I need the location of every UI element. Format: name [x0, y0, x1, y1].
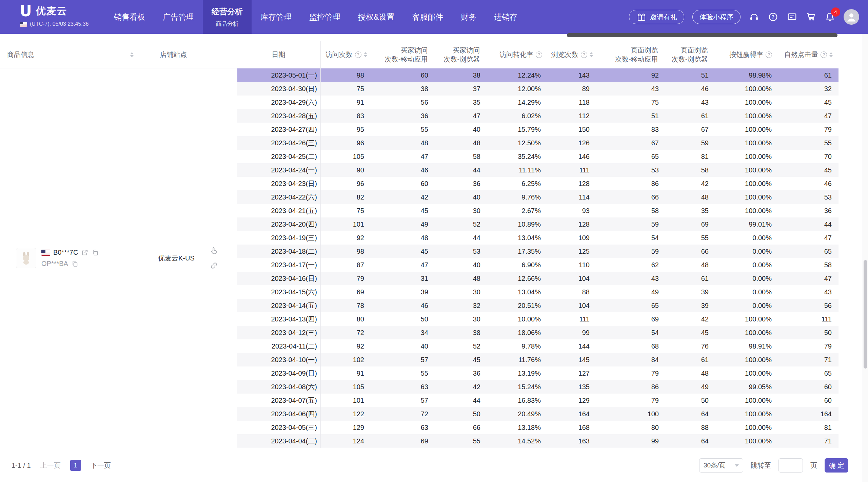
cell-views: 127: [546, 366, 595, 380]
jump-page-input[interactable]: [778, 458, 803, 473]
nav-label: 库存管理: [260, 12, 292, 22]
next-page-button[interactable]: 下一页: [91, 461, 111, 470]
nav-sales-dashboard[interactable]: 销售看板: [105, 0, 154, 34]
table-row[interactable]: 2023-04-15(六)69393013.04%8849390.00%43: [237, 285, 839, 299]
table-row[interactable]: 2023-04-13(四)80503010.00%1116942100.00%1…: [237, 312, 839, 326]
table-row[interactable]: 2023-04-11(二)9240529.78%144687698.91%79: [237, 339, 839, 353]
page-unit-label: 页: [810, 461, 817, 470]
column-header-buyer-visits-app[interactable]: 买家访问 次数-移动应用: [369, 41, 433, 68]
hand-pointer-icon[interactable]: [210, 246, 218, 255]
copy-icon[interactable]: [71, 260, 79, 268]
cell-page-views-browser: 51: [664, 68, 714, 82]
column-header-page-views-app[interactable]: 页面浏览 次数-移动应用: [594, 41, 664, 68]
table-row[interactable]: 2023-04-30(日)75383712.00%894346100.00%32: [237, 82, 839, 96]
cart-icon[interactable]: [806, 12, 816, 22]
share-icon[interactable]: [81, 249, 88, 256]
table-row[interactable]: 2023-04-08(六)105634215.24%135864999.05%6…: [237, 380, 839, 394]
column-header-store-site[interactable]: 店铺站点: [149, 41, 237, 68]
table-row[interactable]: 2023-04-16(日)79314812.66%10443610.00%47: [237, 272, 839, 285]
cell-date: 2023-04-24(一): [237, 163, 320, 177]
cell-views: 163: [546, 434, 595, 448]
table-row[interactable]: 2023-04-10(一)102574511.76%1458461100.00%…: [237, 353, 839, 366]
column-header-date[interactable]: 日期: [237, 41, 320, 68]
column-header-visits[interactable]: 访问次数 ?: [320, 41, 369, 68]
page-size-select[interactable]: 30条/页: [699, 458, 743, 473]
table-row[interactable]: 2023-04-21(五)7545302.67%935835100.00%36: [237, 204, 839, 217]
nav-business-analysis[interactable]: 经营分析商品分析: [203, 0, 252, 34]
table-row[interactable]: 2023-05-01(一)98603812.24%143925198.98%61: [237, 68, 839, 82]
table-row[interactable]: 2023-04-14(五)78463220.51%10465390.00%56: [237, 299, 839, 312]
cell-visits: 105: [320, 150, 370, 163]
table-row[interactable]: 2023-04-18(二)98455317.35%12559660.00%65: [237, 245, 839, 258]
horizontal-scrollbar-thumb[interactable]: [567, 33, 837, 37]
sort-icon[interactable]: [829, 52, 833, 57]
nav-authorization[interactable]: 授权&设置: [349, 0, 403, 34]
cell-buyer-visits-app: 46: [370, 163, 434, 177]
column-header-views[interactable]: 浏览次数 ?: [546, 41, 594, 68]
svg-text:?: ?: [772, 14, 775, 20]
table-row[interactable]: 2023-04-05(三)129636613.18%1688088100.00%…: [237, 421, 839, 434]
help-icon[interactable]: ?: [821, 51, 827, 58]
cell-date: 2023-04-28(五): [237, 109, 320, 123]
support-headset-icon[interactable]: [749, 12, 760, 22]
help-icon[interactable]: ?: [581, 51, 587, 58]
page-number-button[interactable]: 1: [70, 460, 81, 471]
sort-icon[interactable]: [130, 52, 134, 57]
sort-icon[interactable]: [364, 52, 367, 57]
column-header-conversion-rate[interactable]: 访问转化率 ?: [485, 41, 546, 68]
table-row[interactable]: 2023-04-27(四)95554015.79%1508367100.00%7…: [237, 123, 839, 136]
table-row[interactable]: 2023-04-26(三)96484812.50%1266759100.00%5…: [237, 136, 839, 150]
nav-monitoring[interactable]: 监控管理: [300, 0, 349, 34]
nav-customer-email[interactable]: 客服邮件: [403, 0, 452, 34]
nav-inventory[interactable]: 库存管理: [252, 0, 300, 34]
invite-button[interactable]: 邀请有礼: [629, 10, 684, 24]
cell-date: 2023-04-23(日): [237, 177, 320, 190]
cell-views: 150: [546, 123, 595, 136]
cell-page-views-app: 92: [595, 68, 664, 82]
table-row[interactable]: 2023-04-09(日)91553613.19%1277948100.00%6…: [237, 366, 839, 380]
table-row[interactable]: 2023-04-07(五)101574416.83%1297950100.00%…: [237, 394, 839, 407]
brand[interactable]: U 优麦云 (UTC-7): 05/03 23:45:36: [20, 4, 88, 27]
table-row[interactable]: 2023-04-12(三)72343818.06%995445100.00%50: [237, 326, 839, 339]
help-icon[interactable]: ?: [536, 51, 542, 58]
table-row[interactable]: 2023-04-04(二)124695514.52%1639964100.00%…: [237, 434, 839, 448]
table-row[interactable]: 2023-04-23(日)9660366.25%1288642100.00%46: [237, 177, 839, 190]
table-row[interactable]: 2023-04-17(一)8747406.90%11062480.00%58: [237, 258, 839, 272]
column-header-organic-clicks[interactable]: 自然点击量 ?: [776, 41, 837, 68]
column-header-page-views-browser[interactable]: 页面浏览 次数-浏览器: [664, 41, 713, 68]
table-row[interactable]: 2023-04-29(六)91563514.29%1187543100.00%4…: [237, 96, 839, 109]
table-row[interactable]: 2023-04-20(四)101495210.89%128596999.01%4…: [237, 217, 839, 231]
nav-purchase-sales[interactable]: 进销存: [485, 0, 526, 34]
table-row[interactable]: 2023-04-19(三)92484413.04%10954550.00%47: [237, 231, 839, 245]
link-icon[interactable]: [210, 261, 218, 270]
table-row[interactable]: 2023-04-25(二)105475835.24%1466581100.00%…: [237, 150, 839, 163]
cell-buyer-visits-app: 57: [370, 353, 434, 366]
table-row[interactable]: 2023-04-28(五)8336476.02%1125161100.00%47: [237, 109, 839, 123]
table-row[interactable]: 2023-04-22(六)8242409.76%1146648100.00%53: [237, 190, 839, 204]
analytics-table: 商品信息 店铺站点 日期 访问次数 ? 买家访问 次数-移动应用 买家访问 次数…: [0, 41, 837, 448]
nav-finance[interactable]: 财务: [452, 0, 485, 34]
user-avatar[interactable]: [844, 9, 859, 25]
cell-buyer-visits-app: 40: [370, 339, 434, 353]
nav-ad-management[interactable]: 广告管理: [154, 0, 203, 34]
column-header-product-info[interactable]: 商品信息: [0, 41, 149, 68]
table-row[interactable]: 2023-04-24(一)90464411.11%1115358100.00%4…: [237, 163, 839, 177]
vertical-scrollbar-thumb[interactable]: [864, 260, 867, 369]
miniapp-button[interactable]: 体验小程序: [692, 10, 741, 24]
column-header-button-win-rate[interactable]: 按钮赢得率 ?: [713, 41, 776, 68]
help-icon[interactable]: ?: [355, 51, 361, 58]
message-icon[interactable]: [787, 12, 797, 22]
sort-icon[interactable]: [590, 52, 593, 57]
confirm-button[interactable]: 确 定: [825, 458, 848, 473]
column-header-buyer-visits-browser[interactable]: 买家访问 次数-浏览器: [433, 41, 485, 68]
copy-icon[interactable]: [92, 249, 99, 256]
prev-page-button[interactable]: 上一页: [40, 461, 61, 470]
notifications-bell-icon[interactable]: 4: [825, 12, 835, 22]
help-icon[interactable]: ?: [766, 51, 772, 58]
vertical-scrollbar-track[interactable]: [863, 34, 868, 482]
table-row[interactable]: 2023-04-06(四)122725020.49%16410064100.00…: [237, 407, 839, 421]
help-circle-icon[interactable]: ?: [768, 12, 778, 22]
cell-button-win-rate: 100.00%: [714, 204, 777, 217]
product-thumbnail[interactable]: [16, 248, 36, 268]
cell-visits: 96: [320, 177, 370, 190]
